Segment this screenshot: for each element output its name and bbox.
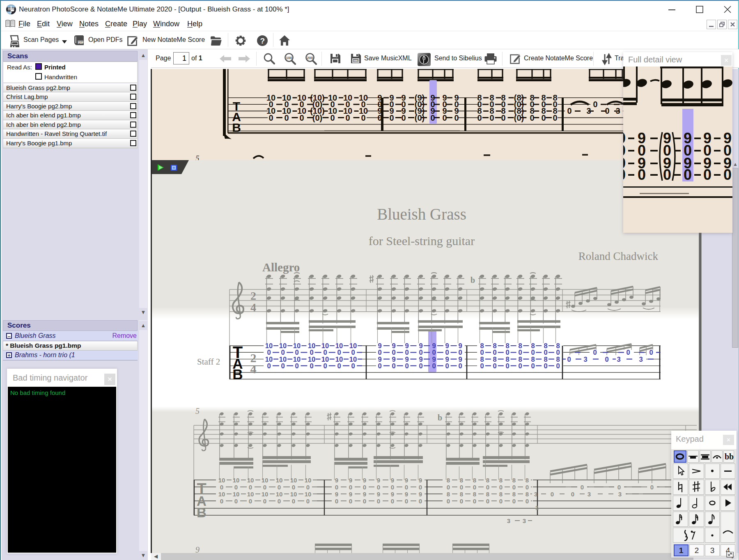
svg-text:1: 1: [535, 504, 539, 511]
svg-text:B: B: [232, 366, 243, 382]
svg-text:0000000: 0000000: [220, 498, 310, 505]
svg-text:for Steel-string guitar: for Steel-string guitar: [369, 234, 475, 248]
svg-text:10101010101010: 10101010101010: [218, 477, 312, 484]
svg-text:5: 5: [195, 154, 200, 160]
svg-text:?: ?: [260, 37, 265, 45]
svg-text:9999999: 9999999: [335, 477, 422, 484]
svg-text:9999999: 9999999: [335, 491, 422, 498]
svg-text:0000000: 0000000: [378, 362, 462, 370]
svg-text:bb: bb: [725, 452, 734, 461]
svg-text:0000000: 0000000: [267, 349, 355, 356]
svg-text:000(0)000: 000(0)000: [377, 113, 459, 122]
svg-text:4: 4: [250, 301, 256, 314]
svg-text:0000000: 0000000: [447, 498, 529, 505]
svg-text:0000000: 0000000: [335, 484, 422, 491]
svg-text:0000000: 0000000: [220, 484, 310, 491]
svg-text:4: 4: [250, 362, 257, 376]
svg-text:Roland Chadwick: Roland Chadwick: [578, 250, 659, 262]
svg-text:0000000: 0000000: [267, 362, 355, 370]
svg-text:0000000: 0000000: [447, 484, 529, 491]
svg-text:9: 9: [195, 545, 200, 553]
svg-text:2: 2: [250, 289, 256, 302]
svg-text:200: 200: [307, 56, 313, 60]
svg-text:XML: XML: [353, 60, 359, 62]
svg-text:B: B: [197, 505, 207, 520]
svg-text:Allegro: Allegro: [262, 261, 300, 274]
svg-text:10101010101010: 10101010101010: [218, 491, 312, 498]
svg-text:Blueish Grass: Blueish Grass: [377, 205, 466, 223]
svg-text:0: 0: [593, 100, 597, 109]
svg-text:0000000: 0000000: [378, 349, 462, 356]
svg-text:5: 5: [195, 406, 200, 415]
svg-text:0000000: 0000000: [335, 498, 422, 505]
svg-text:0000000: 0000000: [480, 349, 560, 356]
svg-text:100: 100: [286, 56, 292, 60]
svg-text:0000000: 0000000: [480, 362, 560, 370]
svg-text:Staff 2: Staff 2: [197, 357, 220, 367]
svg-text:8888888: 8888888: [447, 491, 529, 498]
svg-text:PDF: PDF: [78, 41, 84, 44]
svg-text:8888888: 8888888: [447, 477, 529, 484]
svg-text:000(0)000: 000(0)000: [477, 113, 557, 122]
